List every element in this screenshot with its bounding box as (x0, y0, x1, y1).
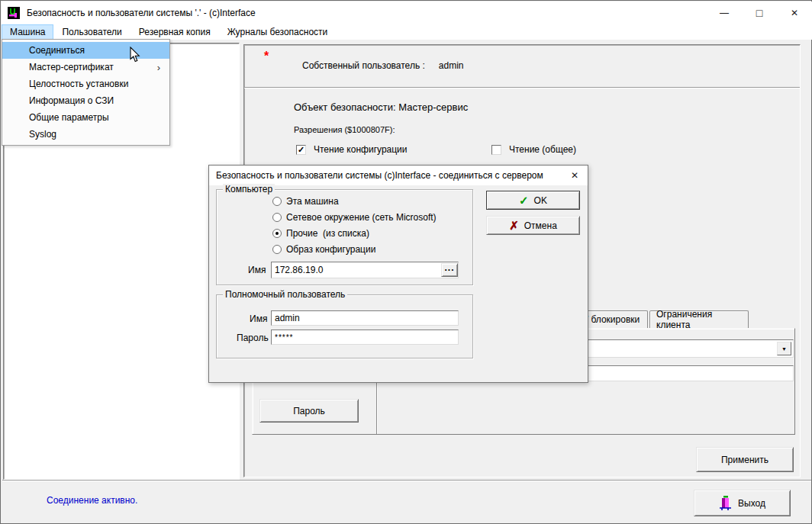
window-controls: — □ ✕ (707, 2, 812, 24)
checkbox-read-config[interactable]: ✓ (296, 145, 306, 155)
menu-item-general-params[interactable]: Общие параметры (2, 109, 169, 126)
computer-group-label: Компьютер (223, 184, 275, 194)
menu-item-syslog-label: Syslog (29, 129, 56, 140)
radio-other-from-list-circle[interactable] (272, 229, 282, 238)
connect-dialog: Безопасность и пользователи системы (c)I… (208, 165, 588, 383)
radio-other-from-list-label: Прочие (из списка) (286, 228, 369, 239)
checkbox-read-config-label: Чтение конфигурации (314, 144, 408, 155)
cancel-button[interactable]: ✗ Отмена (486, 216, 580, 235)
cancel-x-icon: ✗ (509, 219, 519, 233)
chevron-down-icon: ▼ (781, 346, 787, 352)
computer-name-label: Имя (248, 265, 266, 275)
ok-check-icon: ✓ (519, 194, 529, 207)
radio-network-circle[interactable] (272, 213, 282, 222)
apply-button[interactable]: Применить (696, 447, 794, 472)
section-divider (244, 87, 800, 88)
title-bar: Безопасность и пользователи системы '.' … (2, 2, 812, 24)
password-label: Пароль (237, 333, 269, 343)
menu-item-general-params-label: Общие параметры (29, 112, 109, 123)
menu-item-master-certificate[interactable]: Мастер-сертификат › (2, 59, 169, 76)
radio-config-image[interactable]: Образ конфигурации (272, 244, 375, 255)
minimize-button[interactable]: — (707, 2, 742, 24)
checkbox-read-common[interactable] (491, 145, 501, 155)
combobox-dropdown-button[interactable]: ▼ (777, 342, 791, 355)
user-name-label: Имя (250, 313, 267, 324)
menu-item-install-integrity-label: Целостность установки (29, 79, 128, 89)
menu-item-connect[interactable]: Соединиться (2, 42, 169, 59)
menu-item-szi-info[interactable]: Информация о СЗИ (2, 92, 169, 109)
menu-bar: Машина Пользователи Резервная копия Журн… (2, 24, 812, 40)
status-divider (2, 480, 811, 481)
password-button[interactable]: Пароль (259, 399, 359, 423)
menu-item-install-integrity[interactable]: Целостность установки (2, 76, 169, 92)
password-button-label: Пароль (293, 406, 325, 416)
ok-button-label: OK (534, 195, 547, 206)
radio-config-image-label: Образ конфигурации (286, 244, 375, 255)
own-user-label: Собственный пользователь : (302, 60, 425, 71)
dialog-close-button[interactable]: ✕ (562, 166, 588, 185)
menubar-item-users[interactable]: Пользователи (53, 24, 130, 40)
app-icon (8, 7, 20, 19)
ok-button[interactable]: ✓ OK (486, 191, 580, 210)
password-input[interactable] (271, 330, 459, 345)
radio-this-machine[interactable]: Эта машина (272, 196, 339, 207)
permissions-label: Разрешения ($1000807F): (294, 125, 395, 134)
tab-client-restrictions[interactable]: Ограничения клиента (649, 310, 749, 328)
connection-status-text: Соединение активно. (47, 495, 137, 506)
menu-item-syslog[interactable]: Syslog (2, 126, 169, 143)
mouse-cursor (130, 47, 141, 66)
radio-config-image-circle[interactable] (272, 245, 282, 254)
exit-button[interactable]: Выход (694, 490, 791, 516)
submenu-arrow-icon: › (157, 62, 160, 73)
tab-locks-label: / блокировки (586, 314, 640, 325)
menu-item-master-certificate-label: Мастер-сертификат (29, 62, 114, 72)
security-object-title: Объект безопасности: Мастер-сервис (294, 101, 468, 113)
cancel-button-label: Отмена (524, 220, 557, 231)
menu-item-szi-info-label: Информация о СЗИ (29, 95, 114, 106)
close-icon: ✕ (791, 8, 798, 18)
app-window: Безопасность и пользователи системы '.' … (0, 0, 812, 524)
radio-network-label: Сетевое окружение (сеть Microsoft) (286, 212, 437, 223)
machine-menu: Соединиться Мастер-сертификат › Целостно… (2, 39, 170, 146)
required-marker: * (264, 50, 269, 63)
menubar-item-backup[interactable]: Резервная копия (130, 24, 219, 40)
own-user-value: admin (439, 60, 464, 71)
minimize-icon: — (720, 8, 729, 18)
menubar-item-security-logs[interactable]: Журналы безопасности (219, 24, 337, 40)
dialog-title: Безопасность и пользователи системы (c)I… (216, 170, 543, 181)
radio-this-machine-label: Эта машина (286, 196, 339, 207)
dialog-title-bar: Безопасность и пользователи системы (c)I… (209, 166, 588, 185)
checkbox-read-common-label: Чтение (общее) (509, 144, 576, 155)
radio-other-from-list[interactable]: Прочие (из списка) (272, 228, 369, 239)
radio-this-machine-circle[interactable] (272, 197, 282, 206)
computer-name-input[interactable] (271, 262, 459, 278)
exit-button-label: Выход (738, 498, 765, 509)
apply-button-label: Применить (721, 455, 768, 465)
dialog-close-icon: ✕ (571, 170, 578, 181)
close-button[interactable]: ✕ (777, 2, 812, 24)
exit-door-icon (719, 496, 732, 511)
menubar-item-machine[interactable]: Машина (2, 24, 53, 40)
maximize-icon: □ (756, 7, 762, 19)
tab-client-restrictions-label: Ограничения клиента (656, 309, 742, 330)
user-name-input[interactable] (271, 310, 459, 326)
radio-network[interactable]: Сетевое окружение (сеть Microsoft) (272, 212, 437, 223)
window-title: Безопасность и пользователи системы '.' … (27, 8, 256, 18)
ellipsis-icon: ... (444, 262, 454, 273)
authorized-user-group-label: Полномочный пользователь (223, 289, 347, 300)
check-icon: ✓ (298, 146, 304, 154)
maximize-button[interactable]: □ (742, 2, 777, 24)
browse-button[interactable]: ... (441, 263, 458, 277)
menu-item-connect-label: Соединиться (29, 45, 85, 56)
authorized-user-group: Полномочный пользователь (216, 294, 473, 358)
